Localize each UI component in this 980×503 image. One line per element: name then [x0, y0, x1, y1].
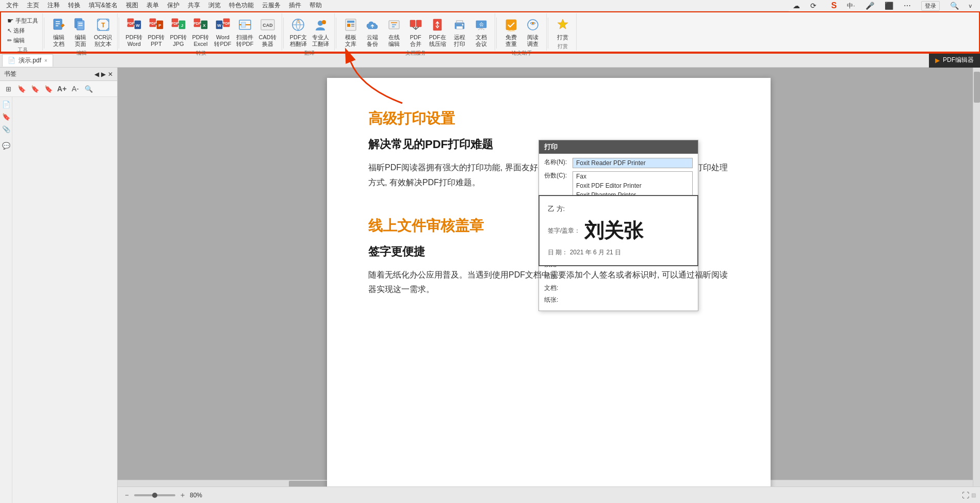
- sidebar-tool-bookmark2[interactable]: 🔖: [29, 83, 41, 94]
- more-icon[interactable]: ⋯: [900, 1, 915, 11]
- menu-share[interactable]: 共享: [184, 0, 204, 11]
- cad-convert-btn[interactable]: CAD CAD转换器: [256, 15, 278, 48]
- menu-form[interactable]: 表单: [142, 0, 163, 11]
- sidebar-header-controls: ◀ ▶ ✕: [94, 71, 113, 78]
- cloud-backup-btn[interactable]: 云端备份: [362, 15, 383, 48]
- login-btn[interactable]: 登录: [921, 1, 940, 11]
- zoom-plus-btn[interactable]: ＋: [177, 490, 188, 500]
- sidebar-icon-attach[interactable]: 📎: [1, 124, 11, 134]
- svg-text:P: P: [158, 23, 161, 28]
- menu-browse[interactable]: 浏览: [204, 0, 225, 11]
- mic-icon[interactable]: 🎤: [861, 1, 878, 11]
- zoom-slider[interactable]: [134, 494, 175, 496]
- menu-view[interactable]: 视图: [122, 0, 142, 11]
- pro-translate-icon: [312, 17, 329, 33]
- word-to-pdf-btn[interactable]: WPDF Word转PDF: [212, 15, 233, 48]
- sidebar-tool-bookmark3[interactable]: 🔖: [42, 83, 55, 94]
- edit-tool-btn[interactable]: ✏ 编辑: [6, 36, 39, 45]
- section1-title: 高级打印设置: [368, 109, 729, 128]
- sidebar-icon-page[interactable]: 📄: [1, 99, 11, 109]
- expand-btn[interactable]: ⛶: [962, 491, 969, 499]
- scan-to-pdf-btn[interactable]: 扫描件转PDF: [234, 15, 255, 48]
- menu-file[interactable]: 文件: [2, 0, 23, 11]
- select-label: 选择: [13, 27, 25, 35]
- svg-rect-47: [416, 20, 421, 27]
- printer-fax[interactable]: Fax: [573, 172, 692, 181]
- pdf-to-ppt-btn[interactable]: PDFP PDF转PPT: [145, 15, 167, 48]
- hand-tool-btn[interactable]: ☛ 手型工具: [6, 15, 39, 26]
- sidebar-tool-font-decrease[interactable]: A-: [69, 83, 81, 94]
- pdf-to-jpg-btn[interactable]: PDFJ PDF转JPG: [168, 15, 189, 48]
- scrollbar-thumb[interactable]: [974, 72, 980, 103]
- printer-foxit-editor[interactable]: Foxit PDF Editor Printer: [573, 181, 692, 190]
- sidebar-tool-search[interactable]: 🔍: [83, 83, 95, 94]
- sig-label: 签字/盖章：: [548, 226, 580, 235]
- pdf-to-excel-btn[interactable]: PDFX PDF转Excel: [190, 15, 211, 48]
- pdf-merge-btn[interactable]: PDF合并: [405, 15, 426, 48]
- print-name-value[interactable]: Foxit Reader PDF Printer: [573, 158, 693, 168]
- sidebar-content: 📄 🔖 📎 💬: [0, 97, 117, 503]
- template-label: 模板文库: [345, 34, 356, 47]
- sidebar-nav-left[interactable]: ◀: [94, 71, 99, 78]
- translate-group-inner: 文 PDF文档翻译 专业人工翻译: [288, 15, 331, 48]
- sidebar-tool-bookmark1[interactable]: 🔖: [15, 83, 28, 94]
- zoom-slider-thumb[interactable]: [152, 493, 157, 498]
- pdf-to-word-btn[interactable]: PDFW PDF转Word: [123, 15, 144, 48]
- sync-icon[interactable]: ⟳: [806, 1, 821, 11]
- menu-home[interactable]: 主页: [23, 0, 43, 11]
- tab-close-btn[interactable]: ×: [44, 58, 47, 63]
- main-area: 书签 ◀ ▶ ✕ ⊞ 🔖 🔖 🔖 A+ A- 🔍 📄 🔖 📎 💬: [0, 68, 980, 503]
- pdf-translate-btn[interactable]: 文 PDF文档翻译: [288, 15, 309, 48]
- menu-annotation[interactable]: 注释: [43, 0, 64, 11]
- cloud-icon[interactable]: ☁: [789, 1, 804, 11]
- sig-party-label: 乙 方:: [548, 204, 689, 214]
- search-icon[interactable]: 🔍: [946, 1, 963, 11]
- vertical-scrollbar[interactable]: [973, 68, 980, 487]
- reward-btn[interactable]: 打赏: [552, 15, 573, 42]
- menu-protect[interactable]: 保护: [163, 0, 184, 11]
- reading-check-label: 阅读调查: [527, 34, 538, 47]
- word-to-pdf-icon: WPDF: [215, 17, 231, 33]
- menu-plugin[interactable]: 插件: [285, 0, 305, 11]
- menu-convert[interactable]: 转换: [64, 0, 85, 11]
- svg-text:PDF: PDF: [223, 22, 231, 25]
- hand-tool-label: 手型工具: [15, 17, 38, 25]
- free-check-btn[interactable]: 免费 免费查重: [501, 15, 521, 48]
- sig-date-label: 日 期：: [548, 249, 568, 256]
- svg-rect-32: [241, 22, 246, 27]
- menu-special[interactable]: 特色功能: [225, 0, 258, 11]
- screen-icon[interactable]: ⬛: [880, 1, 897, 11]
- sidebar-icon-bookmark[interactable]: 🔖: [1, 111, 11, 122]
- pdf-editor-icon: ▶: [935, 57, 940, 64]
- sidebar-nav-right[interactable]: ▶: [101, 71, 106, 78]
- reading-check-btn[interactable]: 阅读调查: [522, 15, 543, 48]
- pdf-compress-label: PDF在线压缩: [429, 34, 446, 47]
- menu-sign[interactable]: 填写&签名: [85, 0, 122, 11]
- edit-doc-icon: [51, 17, 67, 33]
- pro-translate-btn[interactable]: 专业人工翻译: [310, 15, 331, 48]
- section-sign: 线上文件审核盖章 签字更便捷 随着无纸化办公应用普及。当遇到使用PDF文档中需要…: [368, 216, 729, 298]
- assistant-group-label: 论文助手: [512, 50, 532, 57]
- meeting-btn[interactable]: 会 文档会议: [471, 15, 492, 48]
- pdf-to-ppt-icon: PDFP: [148, 17, 165, 33]
- menu-help[interactable]: 帮助: [305, 0, 326, 11]
- pdf-compress-btn[interactable]: PDF在线压缩: [427, 15, 448, 48]
- sidebar-icon-comment[interactable]: 💬: [1, 140, 11, 151]
- menu-cloud[interactable]: 云服务: [258, 0, 285, 11]
- pdf-tab[interactable]: 📄 演示.pdf ×: [2, 54, 53, 67]
- edit-doc-btn[interactable]: 编辑文档: [48, 15, 69, 48]
- zoom-minus-btn[interactable]: －: [122, 490, 132, 500]
- pdf-editor-label: PDF编辑器: [943, 56, 974, 64]
- online-edit-btn[interactable]: 在线编辑: [384, 15, 404, 48]
- svg-text:CAD: CAD: [263, 23, 273, 28]
- sidebar-tool-grid[interactable]: ⊞: [2, 83, 14, 94]
- ocr-btn[interactable]: T OCR识别文本: [92, 15, 114, 48]
- edit-page-btn[interactable]: 编辑页面: [70, 15, 91, 48]
- remote-print-btn[interactable]: 远程打印: [449, 15, 470, 48]
- template-btn[interactable]: 模板文库: [340, 15, 361, 48]
- svg-text:W: W: [136, 23, 140, 28]
- meeting-icon: 会: [473, 17, 489, 33]
- sidebar-tool-font-increase[interactable]: A+: [56, 83, 68, 94]
- select-tool-btn[interactable]: ↖ 选择: [6, 26, 39, 36]
- sidebar-close-btn[interactable]: ✕: [108, 71, 113, 78]
